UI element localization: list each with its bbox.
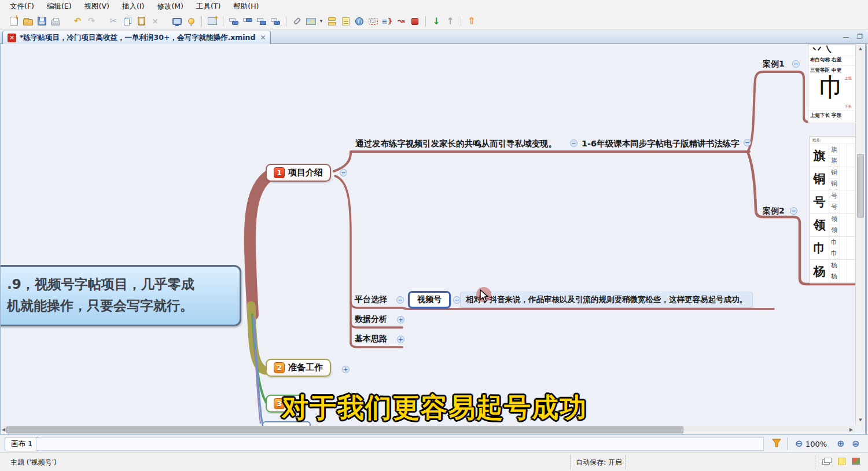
horizontal-scrollbar[interactable]: ◀ ▶	[1, 426, 855, 434]
menu-item[interactable]: 工具(T)	[190, 1, 227, 13]
collapse-toggle[interactable]: −	[790, 207, 797, 215]
copy-button[interactable]	[120, 14, 134, 28]
zoom-in-button[interactable]: ⊕	[837, 438, 844, 449]
paste-button[interactable]	[134, 14, 148, 28]
topic-video-account-selected[interactable]: 视频号	[408, 291, 451, 308]
insert-notes-button[interactable]	[339, 14, 352, 28]
selection-status: 主题 ('视频号')	[10, 458, 57, 468]
horizontal-scrollbar-thumb[interactable]	[6, 426, 683, 433]
menu-item[interactable]: 文件(F)	[3, 1, 41, 13]
expand-toggle[interactable]: +	[342, 366, 350, 373]
paste-icon	[138, 17, 145, 25]
upload-button[interactable]: ↑	[443, 14, 457, 28]
export-image-button[interactable]	[205, 14, 219, 28]
sheet-bar: 画布 1 ⊖ 100% ⊕ ⊜	[0, 434, 868, 452]
insert-subtopic-icon	[257, 18, 266, 25]
insert-topic-button[interactable]	[227, 14, 241, 28]
priority-1-badge: 1	[274, 167, 285, 178]
presentation-button[interactable]	[170, 14, 184, 28]
menu-item[interactable]: 修改(M)	[150, 1, 190, 13]
subtopic-case1[interactable]: 案例1	[763, 59, 785, 69]
sample1-character: 巾	[819, 72, 845, 102]
subtopic-platform[interactable]: 平台选择	[355, 295, 387, 305]
mindmap-canvas[interactable]: 1 项目介绍 − 2 准备工作 + 3 账 通过发布练字视频引发家长的共鸣从而引…	[0, 44, 868, 434]
menu-item[interactable]: 视图(V)	[78, 1, 116, 13]
subtopic-copybook-text[interactable]: 1-6年级课本同步字帖电子版精讲书法练字	[582, 138, 740, 149]
new-document-icon	[10, 17, 18, 25]
insert-web-link-button[interactable]	[352, 14, 366, 28]
promote-button[interactable]: ⇑	[465, 14, 479, 28]
delete-icon: ✕	[152, 17, 159, 25]
tab-close-icon[interactable]: ✕	[259, 34, 266, 42]
sheet-tab-canvas1[interactable]: 画布 1	[5, 437, 39, 451]
annotation-top: 上短	[844, 76, 852, 81]
redo-button[interactable]: ↷	[84, 14, 98, 28]
undo-button[interactable]: ↶	[71, 14, 84, 28]
new-document-button[interactable]	[7, 14, 21, 28]
notes-panel-icon[interactable]	[838, 458, 845, 465]
hyperlink-button[interactable]	[290, 14, 304, 28]
delete-button[interactable]: ✕	[148, 14, 162, 28]
insert-parent-topic-button[interactable]	[269, 14, 282, 28]
expand-toggle[interactable]: +	[397, 316, 404, 323]
vertical-scrollbar-thumb[interactable]	[857, 154, 864, 218]
collapse-toggle[interactable]: −	[340, 169, 347, 176]
menu-item[interactable]: 帮助(H)	[227, 1, 265, 13]
document-tab[interactable]: ✕ *练字贴项目，冷门项目高收益，一单利润30+，会写字就能操作.xmind ✕	[2, 31, 271, 44]
insert-image-dropdown[interactable]: ▾	[318, 14, 325, 28]
subtopic-case2[interactable]: 案例2	[763, 206, 785, 216]
collapse-toggle[interactable]: −	[744, 139, 751, 146]
subtopic-data-analysis[interactable]: 数据分析	[355, 314, 387, 325]
collapse-toggle[interactable]: −	[570, 139, 578, 147]
minimize-button[interactable]: —	[840, 32, 852, 41]
topic-project-intro[interactable]: 1 项目介绍	[266, 164, 331, 182]
summary-icon: ≡	[381, 17, 387, 25]
record-button[interactable]	[408, 14, 422, 28]
menu-item[interactable]: 编辑(E)	[41, 1, 78, 13]
autosave-status: 自动保存: 开启	[576, 458, 622, 468]
case1-sample-image[interactable]: 丷㇏ 布白匀称 右竖 三竖等距 中竖 巾 上短 下长 上短下长 字形	[808, 44, 856, 123]
save-button[interactable]	[35, 14, 49, 28]
maximize-button[interactable]: ❐	[854, 32, 866, 41]
copybook-header: 姓名:	[810, 137, 855, 144]
insert-topic-icon	[229, 18, 238, 25]
image-panel-icon[interactable]	[852, 458, 860, 465]
scroll-right-icon[interactable]: ▶	[849, 427, 853, 432]
menu-item[interactable]: 插入(I)	[116, 1, 150, 13]
brainstorm-button[interactable]	[184, 14, 198, 28]
insert-sheet-button[interactable]	[325, 14, 339, 28]
filter-icon[interactable]	[772, 439, 781, 448]
scroll-left-icon[interactable]: ◀	[2, 427, 5, 432]
notes-icon	[342, 17, 350, 25]
topic-preparation[interactable]: 2 准备工作	[266, 359, 331, 377]
subtopic-basic-idea[interactable]: 基本思路	[355, 334, 387, 344]
open-button[interactable]	[21, 14, 35, 28]
green-down-arrow-icon: ↓	[432, 17, 440, 26]
insert-image-button[interactable]	[304, 14, 318, 28]
insert-summary-button[interactable]: ≡}	[380, 14, 394, 28]
insert-boundary-button[interactable]	[366, 14, 380, 28]
cascade-windows-icon[interactable]	[824, 458, 832, 463]
case2-copybook-image[interactable]: 姓名: 旗 旗 旗 铜 铜 铜	[810, 136, 856, 284]
insert-relationship-button[interactable]: ↝	[394, 14, 408, 28]
topic-video-note[interactable]: 相对于抖音来说，作品审核以及引流的规则要稍微宽松些，这样更容易起号成功。	[460, 292, 753, 308]
collapse-toggle[interactable]: −	[396, 296, 404, 304]
scroll-up-icon[interactable]: ▲	[856, 46, 865, 51]
print-button[interactable]	[49, 14, 62, 28]
floating-note-box[interactable]: .9，视频号字帖项目，几乎零成 机就能操作，只要会写字就行。	[0, 265, 241, 326]
zoom-fit-button[interactable]: ⊜	[852, 438, 859, 449]
vertical-scrollbar[interactable]: ▲ ▼	[855, 44, 865, 425]
note-line-1: .9，视频号字帖项目，几乎零成	[7, 274, 234, 295]
subtopic-promo-text[interactable]: 通过发布练字视频引发家长的共鸣从而引导私域变现。	[355, 138, 557, 149]
download-button[interactable]: ↓	[429, 14, 443, 28]
topic-label: 项目介绍	[288, 167, 323, 178]
expand-toggle[interactable]: +	[397, 336, 404, 343]
insert-topic-before-button[interactable]	[241, 14, 255, 28]
collapse-toggle[interactable]: −	[792, 60, 800, 68]
cut-button[interactable]: ✂	[106, 14, 120, 28]
zoom-out-button[interactable]: ⊖	[795, 438, 803, 449]
mindmap-branches	[1, 44, 868, 434]
sheets-icon	[328, 17, 336, 21]
insert-subtopic-button[interactable]	[255, 14, 269, 28]
copybook-row: 杨 杨 杨	[810, 260, 855, 283]
